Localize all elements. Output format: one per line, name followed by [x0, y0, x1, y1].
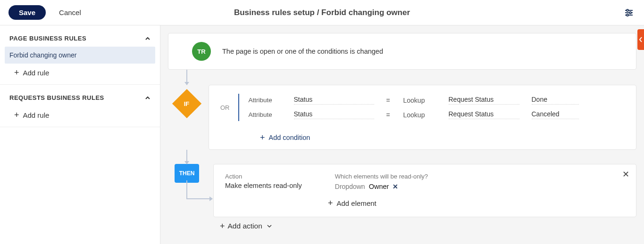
add-rule-label: Add rule [23, 69, 50, 77]
svg-point-3 [627, 9, 628, 11]
element-type: Dropdown [335, 183, 365, 190]
breadcrumb: Business rules setup / Forbid changing o… [234, 8, 410, 17]
settings-icon[interactable] [624, 8, 634, 17]
plus-icon: + [260, 133, 265, 142]
svg-point-5 [627, 14, 628, 16]
chevron-up-icon [145, 95, 151, 101]
trigger-text: The page is open or one of the condition… [222, 48, 383, 55]
sidebar-section-requests-rules[interactable]: REQUESTS BUSINESS RULES [0, 89, 160, 106]
condition-value[interactable]: Done [532, 96, 579, 105]
condition-attribute[interactable]: Status [294, 96, 374, 105]
cancel-button[interactable]: Cancel [59, 8, 81, 16]
condition-row[interactable]: Attribute Status = Lookup Request Status… [249, 110, 579, 119]
sidebar-section-page-rules[interactable]: PAGE BUSINESS RULES [0, 30, 160, 47]
add-condition-label: Add condition [269, 134, 310, 141]
action-value[interactable]: Make elements read-only [225, 182, 302, 189]
flow-canvas: TR The page is open or one of the condit… [160, 25, 644, 244]
sidebar: PAGE BUSINESS RULES Forbid changing owne… [0, 25, 160, 244]
condition-type: Lookup [403, 111, 436, 119]
remove-element-icon[interactable]: ✕ [393, 183, 398, 190]
condition-row[interactable]: Attribute Status = Lookup Request Status… [249, 96, 579, 105]
trigger-node[interactable]: TR The page is open or one of the condit… [168, 33, 636, 70]
connector [186, 150, 187, 164]
sidebar-section-title: PAGE BUSINESS RULES [9, 35, 86, 42]
condition-lookup[interactable]: Request Status [449, 110, 519, 119]
plus-icon: + [14, 68, 19, 77]
condition-kind: Attribute [249, 97, 282, 104]
if-node[interactable]: OR Attribute Status = Lookup Request Sta… [209, 85, 636, 150]
chevron-down-icon [267, 224, 272, 228]
elements-label: Which elements will be read-only? [335, 173, 428, 180]
action-label: Action [225, 173, 302, 180]
condition-operator[interactable]: OR [220, 104, 230, 111]
condition-attribute[interactable]: Status [294, 110, 374, 119]
condition-value[interactable]: Canceled [532, 110, 579, 119]
sidebar-section-title: REQUESTS BUSINESS RULES [9, 94, 104, 101]
svg-point-4 [629, 12, 631, 14]
chevron-up-icon [145, 36, 151, 41]
plus-icon: + [220, 222, 225, 230]
add-element-button[interactable]: + Add element [328, 199, 625, 207]
trigger-badge: TR [192, 42, 211, 61]
element-name[interactable]: Owner [369, 183, 389, 190]
add-element-label: Add element [337, 199, 376, 207]
condition-group-divider [238, 94, 239, 121]
connector [186, 70, 187, 85]
add-rule-button[interactable]: + Add rule [0, 106, 160, 120]
add-action-button[interactable]: + Add action [220, 222, 636, 230]
plus-icon: + [328, 199, 333, 207]
condition-kind: Attribute [249, 111, 282, 118]
condition-op: = [386, 111, 391, 119]
condition-lookup[interactable]: Request Status [449, 96, 519, 105]
condition-type: Lookup [403, 97, 436, 104]
save-button[interactable]: Save [8, 5, 46, 20]
then-node[interactable]: ✕ Action Make elements read-only Which e… [213, 164, 636, 217]
add-rule-button[interactable]: + Add rule [0, 64, 160, 78]
if-badge: IF [172, 89, 201, 118]
plus-icon: + [14, 111, 19, 119]
add-rule-label: Add rule [23, 111, 50, 119]
condition-op: = [386, 97, 391, 104]
close-icon[interactable]: ✕ [622, 169, 629, 179]
then-badge: THEN [175, 164, 199, 183]
right-panel-toggle[interactable] [637, 29, 644, 50]
add-condition-button[interactable]: + Add condition [260, 133, 310, 142]
sidebar-item-forbid-changing-owner[interactable]: Forbid changing owner [5, 47, 155, 64]
add-action-label: Add action [228, 222, 262, 230]
